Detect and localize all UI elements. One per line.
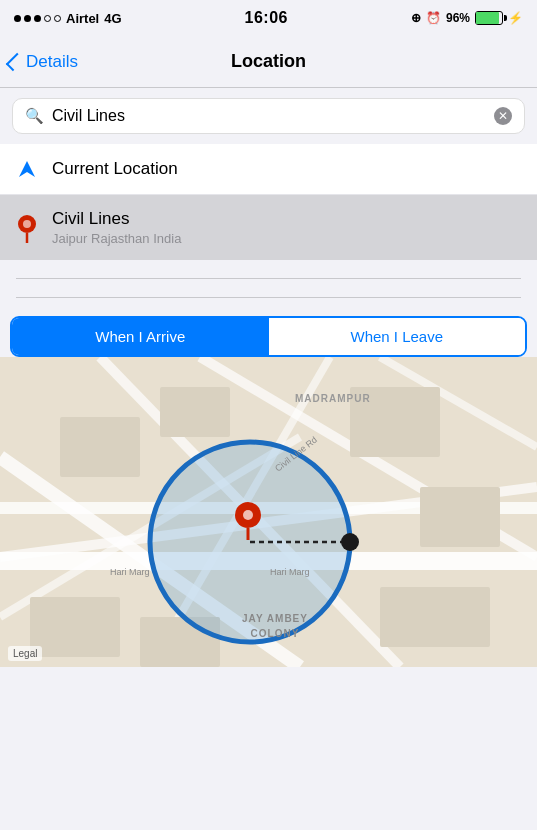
status-left: Airtel 4G: [14, 11, 122, 26]
when-arrive-button[interactable]: When I Arrive: [12, 318, 269, 355]
segment-container: When I Arrive When I Leave: [0, 316, 537, 357]
svg-text:MADRAMPUR: MADRAMPUR: [295, 393, 371, 404]
civil-lines-text-block: Civil Lines Jaipur Rajasthan India: [52, 209, 181, 246]
dividers: [0, 278, 537, 298]
location-list: Current Location Civil Lines Jaipur Raja…: [0, 144, 537, 260]
civil-lines-item[interactable]: Civil Lines Jaipur Rajasthan India: [0, 195, 537, 260]
back-button[interactable]: Details: [10, 52, 78, 72]
svg-marker-0: [19, 161, 35, 177]
battery-percent: 96%: [446, 11, 470, 25]
navigation-bar: Details Location: [0, 36, 537, 88]
divider-1: [16, 278, 521, 279]
status-right: ⊕ ⏰ 96% ⚡: [411, 11, 523, 25]
clear-search-button[interactable]: ✕: [494, 107, 512, 125]
svg-rect-19: [30, 597, 120, 657]
search-box: 🔍 ✕: [12, 98, 525, 134]
map-svg: MADRAMPUR Civil Line Rd Hari Marg Hari M…: [0, 357, 537, 667]
map-area: MADRAMPUR Civil Line Rd Hari Marg Hari M…: [0, 357, 537, 667]
search-input[interactable]: [52, 107, 486, 125]
page-title: Location: [231, 51, 306, 72]
dot2: [24, 15, 31, 22]
svg-rect-15: [160, 387, 230, 437]
svg-text:Hari Marg: Hari Marg: [110, 567, 150, 577]
carrier-label: Airtel: [66, 11, 99, 26]
battery-fill: [476, 12, 499, 24]
pin-icon: [16, 214, 38, 242]
search-container: 🔍 ✕: [0, 88, 537, 144]
battery-shell: [475, 11, 503, 25]
back-label[interactable]: Details: [26, 52, 78, 72]
alarm-icon: ⏰: [426, 11, 441, 25]
svg-point-2: [23, 220, 31, 228]
spacer-area: [0, 278, 537, 298]
time-display: 16:06: [245, 9, 288, 27]
search-icon: 🔍: [25, 107, 44, 125]
svg-point-25: [243, 510, 253, 520]
svg-text:JAY AMBEY: JAY AMBEY: [242, 613, 308, 624]
dot4: [44, 15, 51, 22]
svg-text:COLONY: COLONY: [251, 628, 300, 639]
current-location-icon: [16, 158, 38, 180]
back-arrow-icon: [6, 52, 24, 70]
status-bar: Airtel 4G 16:06 ⊕ ⏰ 96% ⚡: [0, 0, 537, 36]
charging-icon: ⚡: [508, 11, 523, 25]
dot5: [54, 15, 61, 22]
current-location-text: Current Location: [52, 159, 178, 179]
dot3: [34, 15, 41, 22]
svg-rect-17: [420, 487, 500, 547]
divider-2: [16, 297, 521, 298]
svg-text:Hari Marg: Hari Marg: [270, 567, 310, 577]
signal-dots: [14, 15, 61, 22]
civil-lines-sublabel: Jaipur Rajasthan India: [52, 231, 181, 246]
legal-badge[interactable]: Legal: [8, 646, 42, 661]
battery-indicator: [475, 11, 503, 25]
location-icon: ⊕: [411, 11, 421, 25]
network-label: 4G: [104, 11, 121, 26]
svg-rect-18: [380, 587, 490, 647]
svg-rect-14: [60, 417, 140, 477]
dot1: [14, 15, 21, 22]
arrive-leave-segment: When I Arrive When I Leave: [10, 316, 527, 357]
when-leave-button[interactable]: When I Leave: [269, 318, 526, 355]
civil-lines-label: Civil Lines: [52, 209, 181, 229]
svg-point-23: [341, 533, 359, 551]
current-location-item[interactable]: Current Location: [0, 144, 537, 195]
current-location-label: Current Location: [52, 159, 178, 179]
